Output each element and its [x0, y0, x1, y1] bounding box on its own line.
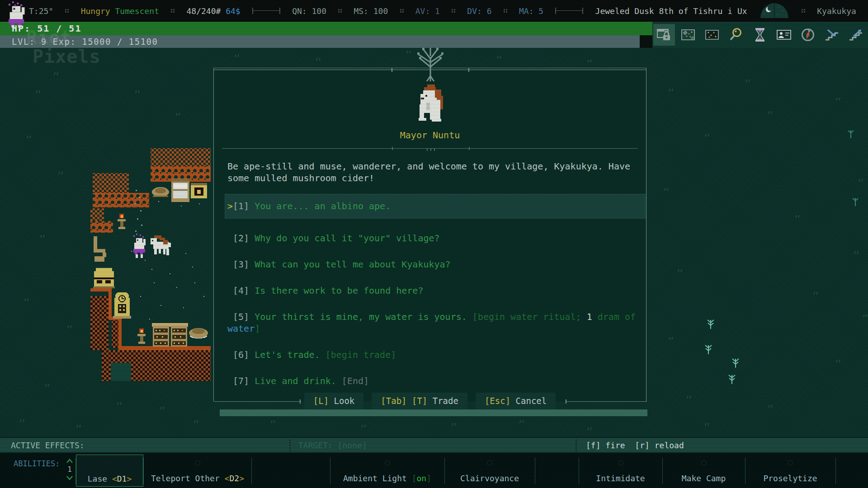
option-key: [7]	[233, 375, 249, 386]
hotkey-value: D1	[117, 474, 127, 483]
basket	[189, 328, 208, 338]
separator-dots-icon	[452, 9, 455, 13]
character-card-icon[interactable]	[773, 24, 795, 46]
cooldown-ring-icon	[788, 460, 793, 466]
divider-line	[555, 8, 583, 14]
cooldown-ring-icon	[487, 460, 493, 466]
ability-intimidate[interactable]: Intimidate	[579, 455, 662, 487]
ability-separator	[251, 458, 252, 484]
magnifier-icon[interactable]	[725, 24, 747, 46]
ability-name: Clairvoyance	[444, 474, 535, 483]
separator-dots-icon	[400, 9, 404, 13]
strip-separator	[289, 440, 291, 451]
hotkey: [Tab] [T]	[381, 396, 427, 406]
mayor-nuntu-sprite	[151, 235, 171, 255]
page-up-icon[interactable]	[66, 459, 73, 464]
level-exp-value: LVL: 9 Exp: 15000 / 15100	[12, 37, 158, 47]
npc-name: Mayor Nuntu	[214, 130, 646, 141]
page-down-icon[interactable]	[66, 475, 73, 480]
hotkey: [L]	[313, 396, 329, 406]
dialog-option-4[interactable]: [4] Is there work to be found here?	[227, 285, 642, 296]
hotkey: [Esc]	[485, 396, 510, 406]
dialog-buttons: [L] Look [Tab] [T] Trade [Esc] Cancel	[214, 393, 646, 409]
abilities-pager: 1	[65, 457, 74, 482]
option-text: Live and drink.	[255, 375, 336, 386]
option-annotation: ]	[255, 323, 260, 334]
state-bracket: [	[412, 474, 417, 483]
daynight-dome-icon	[759, 1, 790, 21]
strip-separator	[576, 440, 577, 451]
selection-cursor: >	[227, 200, 233, 212]
option-text: Why do you call it "your" village?	[255, 233, 439, 244]
dialog-option-1[interactable]: >[1] You are... an albino ape.	[225, 194, 645, 218]
stat-qn: QN: 100	[292, 6, 326, 16]
lock-window-icon[interactable]	[653, 24, 675, 46]
button-label: Look	[334, 396, 355, 406]
option-text: Let's trade.	[255, 349, 320, 360]
ability-ambient-light[interactable]: Ambient Light [on]	[330, 455, 444, 487]
hotkey-bracket: >	[239, 474, 244, 483]
cooldown-ring-icon	[701, 460, 707, 466]
option-annotation: [begin trade]	[320, 349, 396, 360]
separator-dots-icon	[504, 9, 507, 13]
button-label: Cancel	[516, 396, 547, 406]
dialog-option-7[interactable]: [7] Live and drink. [End]	[227, 375, 642, 387]
ability-clairvoyance[interactable]: Clairvoyance	[444, 455, 535, 487]
hourglass-icon[interactable]	[749, 24, 771, 46]
option-key: [5]	[233, 311, 249, 322]
world-map-icon[interactable]	[677, 24, 699, 46]
stat-ms: MS: 100	[354, 6, 388, 16]
ability-name: Make Camp	[662, 474, 745, 483]
abilities-bar: ABILITIES: 1 Lase <D1> Teleport Other <D…	[0, 453, 868, 488]
dialog-option-3[interactable]: [3] What can you tell me about Kyakukya?	[227, 258, 642, 270]
option-text: Is there work to be found here?	[255, 285, 423, 296]
separator-dots-icon	[65, 9, 69, 13]
abilities-label: ABILITIES:	[14, 459, 60, 468]
stairs-down-icon[interactable]	[821, 24, 843, 46]
ability-name: Teleport Other	[151, 474, 225, 483]
ability-name: Proselytize	[745, 474, 835, 483]
state-bracket: ]	[426, 474, 431, 483]
stat-ma: MA: 5	[519, 6, 543, 16]
divider-stub	[427, 149, 428, 151]
dialog-option-2[interactable]: [2] Why do you call it "your" village?	[227, 232, 642, 244]
stat-dv: DV: 6	[467, 6, 491, 16]
divider-stub	[434, 149, 435, 151]
ability-proselytize[interactable]: Proselytize	[745, 455, 835, 487]
chest	[93, 268, 115, 288]
furniture	[94, 236, 106, 262]
compass-icon[interactable]	[797, 24, 819, 46]
temperature: T:25°	[29, 6, 53, 16]
divider-tick	[469, 147, 470, 150]
active-effects-label: ACTIVE EFFECTS:	[11, 441, 85, 450]
status-tumescent: Tumescent	[115, 6, 160, 16]
fire-reload-hint: [f] fire [r] reload	[586, 441, 684, 450]
ability-teleport-other[interactable]: Teleport Other <D2>	[144, 455, 251, 487]
dialog-option-5[interactable]: [5] Your thirst is mine, my water is you…	[227, 311, 642, 334]
cancel-button[interactable]: [Esc] Cancel	[476, 393, 556, 409]
minimap-icon[interactable]	[701, 24, 723, 46]
cooldown-ring-icon	[195, 460, 201, 466]
header-divider	[222, 148, 638, 149]
option-annotation: [begin water ritual;	[467, 311, 587, 322]
hotkey-value: D2	[229, 474, 239, 483]
ability-make-camp[interactable]: Make Camp	[662, 455, 745, 487]
option-annotation-count: 1	[587, 311, 592, 322]
ability-separator	[835, 458, 836, 484]
stairs-up-icon[interactable]	[845, 24, 867, 46]
trade-button[interactable]: [Tab] [T] Trade	[372, 393, 467, 409]
village-map[interactable]	[90, 147, 211, 382]
look-button[interactable]: [L] Look	[304, 393, 364, 409]
option-annotation-water: water	[227, 323, 255, 334]
separator-dots-icon	[338, 9, 342, 13]
shelf	[170, 323, 188, 347]
target-label: TARGET: [none]	[298, 441, 367, 450]
option-text: Your thirst is mine, my water is yours.	[255, 311, 467, 322]
hp-bar: HP: 51 / 51	[0, 22, 652, 35]
toolbar	[652, 22, 868, 48]
dialog-option-6[interactable]: [6] Let's trade. [begin trade]	[227, 349, 642, 361]
chest	[191, 183, 207, 198]
ability-lase[interactable]: Lase <D1>	[76, 455, 143, 487]
button-label: Trade	[433, 396, 458, 406]
cooldown-ring-icon	[618, 460, 623, 466]
